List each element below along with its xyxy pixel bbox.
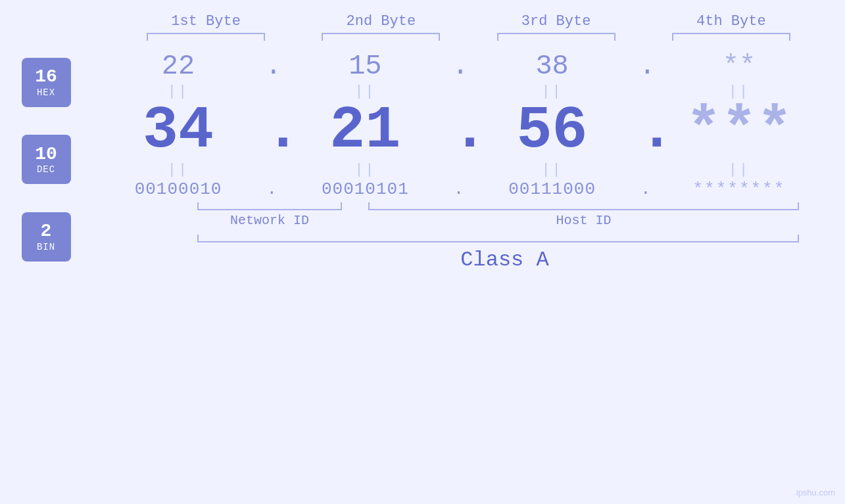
dec-label: DEC bbox=[37, 164, 55, 175]
dec-number: 10 bbox=[35, 145, 57, 165]
bin-b2: 00010101 bbox=[293, 179, 437, 199]
data-grid: 22 . 15 . 38 . ** || || || || 34 bbox=[92, 47, 845, 272]
equals-b4: || bbox=[667, 162, 811, 178]
labels-column: 16 HEX 10 DEC 2 BIN bbox=[0, 47, 92, 272]
bottom-section: Network ID Host ID Class A bbox=[184, 202, 825, 272]
content-area: 16 HEX 10 DEC 2 BIN 22 . 15 . 38 . ** bbox=[0, 47, 845, 272]
main-container: 1st Byte 2nd Byte 3rd Byte 4th Byte 16 H… bbox=[0, 0, 845, 504]
bracket-labels-row: Network ID Host ID bbox=[184, 213, 825, 228]
dec-b4: *** bbox=[667, 101, 811, 160]
hex-row: 22 . 15 . 38 . ** bbox=[92, 51, 825, 82]
hex-label: HEX bbox=[37, 87, 55, 98]
dec-b3: 56 bbox=[480, 101, 625, 160]
class-label: Class A bbox=[460, 248, 548, 272]
byte-header-3: 3rd Byte bbox=[484, 13, 629, 30]
hex-number: 16 bbox=[35, 67, 57, 87]
bin-b4: ******** bbox=[667, 179, 811, 199]
byte-header-1: 1st Byte bbox=[133, 13, 278, 30]
dec-b1: 34 bbox=[106, 101, 251, 160]
bracket-top-1 bbox=[147, 33, 265, 41]
watermark: ipshu.com bbox=[796, 488, 835, 497]
equals-b3: || bbox=[480, 162, 625, 178]
bracket-top-3 bbox=[497, 33, 616, 41]
bracket-top-2 bbox=[322, 33, 440, 41]
equals-b1: || bbox=[106, 162, 251, 178]
byte-header-4: 4th Byte bbox=[659, 13, 804, 30]
bin-label: BIN bbox=[37, 242, 55, 252]
hex-b1: 22 bbox=[106, 51, 251, 82]
bin-number: 2 bbox=[41, 221, 52, 242]
dec-badge: 10 DEC bbox=[22, 135, 71, 184]
dot-bin-2: . bbox=[452, 179, 465, 199]
hex-b4: ** bbox=[667, 51, 811, 82]
full-bracket-row bbox=[184, 235, 825, 242]
class-label-row: Class A bbox=[184, 248, 825, 272]
hex-b2: 15 bbox=[293, 51, 437, 82]
hex-b3: 38 bbox=[480, 51, 625, 82]
equals-b2: || bbox=[293, 162, 437, 178]
host-bracket bbox=[368, 202, 799, 210]
dot-dec-1: . bbox=[265, 101, 278, 160]
dot-dec-3: . bbox=[639, 101, 652, 160]
byte-headers: 1st Byte 2nd Byte 3rd Byte 4th Byte bbox=[92, 13, 845, 30]
network-bracket bbox=[197, 202, 342, 210]
equals-dec-bin: || || || || bbox=[92, 160, 825, 179]
bin-badge: 2 BIN bbox=[22, 212, 71, 262]
dot-dec-2: . bbox=[452, 101, 465, 160]
dot-bin-3: . bbox=[639, 179, 652, 199]
byte-header-2: 2nd Byte bbox=[308, 13, 453, 30]
bracket-top-4 bbox=[672, 33, 790, 41]
full-bracket bbox=[197, 235, 799, 242]
bin-row: 00100010 . 00010101 . 00111000 . *******… bbox=[92, 179, 825, 199]
bottom-brackets-row bbox=[184, 202, 825, 210]
dot-hex-1: . bbox=[265, 51, 278, 82]
dec-b2: 21 bbox=[293, 101, 437, 160]
top-brackets bbox=[92, 33, 845, 41]
dec-row: 34 . 21 . 56 . *** bbox=[92, 101, 825, 160]
host-id-label: Host ID bbox=[368, 213, 799, 228]
bin-b1: 00100010 bbox=[106, 179, 251, 199]
dot-hex-3: . bbox=[639, 51, 652, 82]
dot-bin-1: . bbox=[265, 179, 278, 199]
hex-badge: 16 HEX bbox=[22, 58, 71, 107]
bin-b3: 00111000 bbox=[480, 179, 625, 199]
network-id-label: Network ID bbox=[197, 213, 342, 228]
dot-hex-2: . bbox=[452, 51, 465, 82]
